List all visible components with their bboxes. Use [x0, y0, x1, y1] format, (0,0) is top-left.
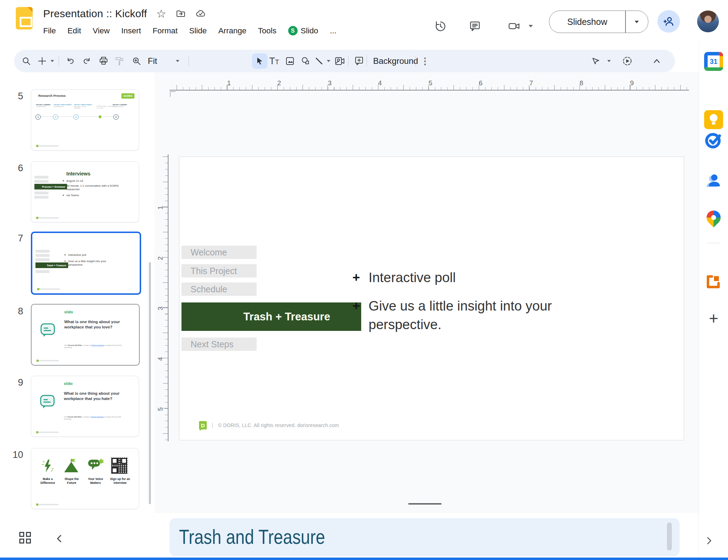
slide-thumbnail-8[interactable]: slido What is one thing about your workp… [31, 304, 140, 366]
slide-section-banner[interactable]: Trash + Treasure [181, 302, 361, 331]
meet-camera-icon[interactable] [504, 16, 525, 37]
addon-icon[interactable] [704, 272, 723, 291]
new-slide-icon[interactable] [34, 50, 50, 72]
more-options-icon[interactable]: ⋮ [421, 50, 430, 72]
logo-fold [27, 7, 33, 12]
add-comment-icon[interactable] [351, 50, 367, 72]
thumb-footer [36, 145, 59, 147]
keep-icon[interactable] [704, 110, 723, 129]
toolbar-divider [416, 55, 416, 67]
menu-slide[interactable]: Slide [189, 26, 207, 35]
speaker-notes-text[interactable]: Trash and Treasure [179, 525, 325, 548]
laser-pointer-icon[interactable] [588, 50, 604, 72]
canvas-horizontal-scrollbar[interactable] [408, 503, 442, 505]
grid-view-icon[interactable] [19, 532, 31, 544]
line-caret-icon[interactable] [326, 60, 331, 62]
calendar-icon[interactable]: 31 [704, 52, 723, 71]
tasks-icon[interactable] [704, 131, 723, 150]
slide-thumbnail-7-selected[interactable]: Trash + Treasure +Interactive poll +Give… [31, 232, 141, 295]
version-history-icon[interactable] [430, 16, 451, 37]
meet-caret-icon[interactable] [528, 25, 533, 28]
google-slides-logo[interactable] [16, 7, 33, 29]
slide-nav-schedule[interactable]: Schedule [181, 282, 257, 296]
slide-thumbnail-10[interactable]: Make a Difference Shape the Future Your … [31, 448, 139, 509]
menu-overflow[interactable]: ... [330, 26, 337, 35]
menu-slido[interactable]: S Slido [288, 26, 318, 35]
slideshow-caret-icon[interactable] [626, 20, 648, 24]
slideshow-label: Slideshow [549, 17, 625, 27]
get-addons-icon[interactable]: + [704, 309, 723, 328]
move-folder-icon[interactable] [176, 8, 186, 19]
thumb-footer [37, 288, 60, 290]
slide-thumbnail-5[interactable]: Research Process DORIS PROJECT LEADERSKi… [31, 89, 139, 151]
caption: Sign up for an interview [107, 477, 133, 485]
side-panel-divider [707, 243, 720, 243]
slide-canvas[interactable]: Welcome This Project Schedule Trash + Tr… [179, 156, 684, 440]
slideshow-button[interactable]: Slideshow [549, 11, 648, 33]
insert-image-icon[interactable] [282, 50, 298, 72]
slide-nav-next-steps[interactable]: Next Steps [181, 338, 257, 351]
timeline-step-4: 4 [113, 114, 119, 120]
slide-bullet-2[interactable]: + Give us a little insight into your per… [352, 296, 565, 334]
menu-insert[interactable]: Insert [121, 26, 141, 35]
zoom-icon[interactable] [129, 50, 144, 72]
contacts-icon[interactable] [704, 172, 723, 191]
redo-icon[interactable] [79, 50, 94, 72]
zoom-caret-icon[interactable] [176, 60, 180, 62]
motion-icon[interactable] [620, 50, 635, 72]
bullet-marker: + [352, 268, 369, 287]
maps-icon[interactable] [704, 209, 723, 228]
slide-thumbnail-9[interactable]: slido What is one thing about your workp… [31, 376, 139, 437]
filmstrip-scrollbar[interactable] [149, 262, 151, 504]
chevron-left-icon[interactable] [53, 533, 65, 545]
print-icon[interactable] [96, 50, 111, 72]
menu-bar: File Edit View Insert Format Slide Arran… [43, 26, 336, 35]
background-button[interactable]: Background [373, 50, 418, 72]
main-toolbar: Fit TT Background ⋮ [14, 50, 675, 72]
menu-format[interactable]: Format [153, 26, 178, 35]
insert-shape-icon[interactable] [298, 50, 313, 72]
share-button[interactable] [657, 10, 680, 33]
mini-pill [34, 180, 48, 183]
slide-bullet-1[interactable]: + Interactive poll [352, 268, 456, 287]
laser-caret-icon[interactable] [607, 60, 611, 62]
timeline-line [38, 116, 120, 117]
slide-nav-welcome[interactable]: Welcome [181, 246, 257, 259]
comments-icon[interactable] [464, 16, 485, 37]
paint-format-icon[interactable] [112, 50, 127, 72]
doris-badge: DORIS [121, 93, 134, 99]
timeline-step-2: 2 [53, 114, 58, 120]
logo-page [20, 17, 32, 27]
timeline-dot [99, 115, 101, 118]
undo-icon[interactable] [63, 50, 78, 72]
thumb-footer [36, 217, 59, 219]
text-box-icon[interactable]: TT [266, 50, 282, 72]
menu-file[interactable]: File [43, 26, 56, 35]
slido-icon: S [288, 26, 298, 35]
new-slide-caret-icon[interactable] [50, 60, 54, 62]
zoom-level[interactable]: Fit [148, 50, 157, 72]
mini-pill [35, 258, 49, 261]
chevron-right-icon[interactable] [703, 535, 715, 547]
cloud-saved-icon[interactable] [195, 8, 206, 19]
insert-camera-icon[interactable] [332, 50, 348, 72]
mini-pill [34, 176, 48, 179]
toolbar-divider [188, 55, 189, 67]
speaker-notes-bar[interactable]: Trash and Treasure [170, 518, 680, 556]
menu-edit[interactable]: Edit [67, 26, 81, 35]
collapse-menus-icon[interactable] [649, 50, 664, 72]
menu-arrange[interactable]: Arrange [218, 26, 246, 35]
select-tool-active[interactable] [252, 53, 267, 69]
menu-tools[interactable]: Tools [258, 26, 277, 35]
menu-view[interactable]: View [93, 26, 110, 35]
slido-logo: slido [64, 382, 73, 386]
slide-nav-this-project[interactable]: This Project [181, 264, 257, 278]
notes-scrollbar[interactable] [667, 522, 672, 551]
document-title[interactable]: Presentation :: Kickoff [43, 8, 147, 20]
slide-thumbnail-6[interactable]: Process + Schedule Interviews +August 12… [31, 161, 139, 222]
account-avatar[interactable] [697, 11, 719, 32]
search-tools-icon[interactable] [19, 50, 34, 72]
horizontal-ruler: 1 2 3 4 5 6 7 8 9 [170, 81, 689, 91]
star-icon[interactable]: ☆ [156, 8, 166, 19]
insert-line-icon[interactable] [311, 50, 327, 72]
